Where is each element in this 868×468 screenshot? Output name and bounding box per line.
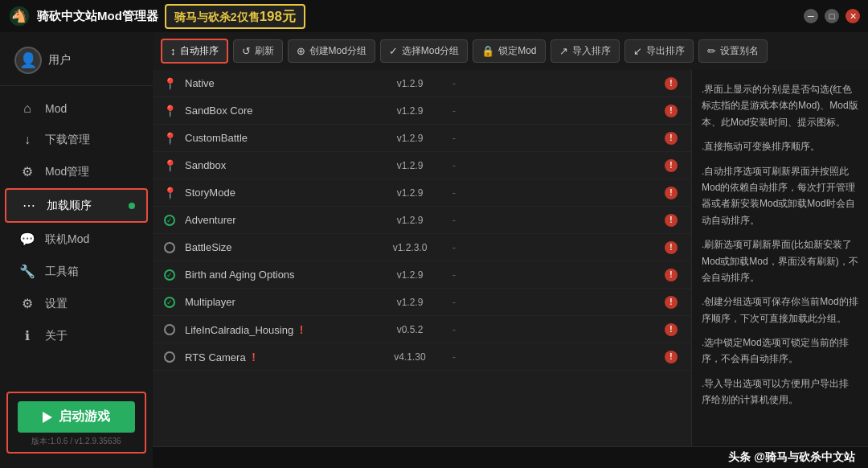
table-row[interactable]: BattleSize v1.2.3.0 - ! — [153, 234, 691, 261]
info-para-1: .界面上显示的分别是是否勾选(红色标志指的是游戏本体的Mod)、Mod版本、此M… — [702, 81, 858, 130]
select-group-icon: ✓ — [389, 45, 398, 57]
lock-mod-button[interactable]: 🔒 锁定Mod — [473, 39, 545, 63]
mod-version: v1.2.9 — [378, 269, 442, 281]
info-para-7: .导入导出选项可以方便用户导出排序给别的计算机使用。 — [702, 376, 858, 408]
table-row[interactable]: LifeInCalradia_Housing ! v0.5.2 - ! — [153, 316, 691, 343]
inactive-status-circle — [164, 242, 175, 253]
close-button[interactable]: ✕ — [845, 9, 860, 23]
active-status-circle — [164, 215, 175, 226]
inactive-status-circle — [164, 351, 175, 363]
table-row[interactable]: 📍 Sandbox v1.2.9 - ! — [153, 152, 691, 179]
sidebar-item-settings[interactable]: ⚙ 设置 — [5, 288, 148, 319]
select-group-label: 选择Mod分组 — [402, 44, 459, 58]
info-para-2: .直接拖动可变换排序顺序。 — [702, 138, 858, 154]
table-row[interactable]: 📍 CustomBattle v1.2.9 - ! — [153, 125, 691, 152]
toolbox-icon: 🔧 — [19, 264, 35, 279]
sidebar-item-online-mod[interactable]: 💬 联机Mod — [5, 224, 148, 255]
mod-version: v4.1.30 — [378, 351, 442, 363]
select-group-button[interactable]: ✓ 选择Mod分组 — [380, 39, 468, 63]
mod-version: v1.2.3.0 — [378, 242, 442, 253]
import-order-label: 导入排序 — [572, 44, 611, 58]
launch-button[interactable]: 启动游戏 — [18, 401, 135, 433]
mod-version: v1.2.9 — [378, 78, 442, 89]
import-order-icon: ↗ — [559, 45, 568, 57]
about-icon: ℹ — [19, 328, 35, 343]
sidebar-item-toolbox[interactable]: 🔧 工具箱 — [5, 256, 148, 287]
refresh-button[interactable]: ↺ 刷新 — [233, 39, 283, 63]
active-status-circle — [164, 269, 175, 281]
export-order-label: 导出排序 — [646, 44, 685, 58]
load-order-icon: ⋯ — [21, 198, 37, 213]
info-para-5: .创建分组选项可保存你当前Mod的排序顺序，下次可直接加载此分组。 — [702, 294, 858, 326]
lock-mod-icon: 🔒 — [481, 45, 494, 57]
refresh-label: 刷新 — [255, 44, 274, 58]
user-section: 👤 用户 — [0, 40, 153, 86]
sidebar-item-settings-label: 设置 — [45, 297, 68, 311]
maximize-button[interactable]: □ — [825, 9, 839, 23]
auto-sort-icon: ↕ — [170, 45, 176, 57]
mod-dash: - — [442, 215, 466, 226]
table-row[interactable]: 📍 StoryMode v1.2.9 - ! — [153, 179, 691, 207]
toolbar: ↕ 自动排序 ↺ 刷新 ⊕ 创建Mod分组 ✓ 选择Mod分组 🔒 锁定Mod … — [153, 32, 868, 70]
table-row[interactable]: Birth and Aging Options v1.2.9 - ! — [153, 261, 691, 289]
content-area: ↕ 自动排序 ↺ 刷新 ⊕ 创建Mod分组 ✓ 选择Mod分组 🔒 锁定Mod … — [153, 32, 868, 468]
exclaim-icon: ! — [300, 323, 304, 336]
set-alias-icon: ✏ — [707, 45, 716, 57]
sidebar-item-download[interactable]: ↓ 下载管理 — [5, 125, 148, 155]
table-row[interactable]: Multiplayer v1.2.9 - ! — [153, 289, 691, 316]
table-row[interactable]: Adventurer v1.2.9 - ! — [153, 207, 691, 234]
warning-icon-container: ! — [659, 296, 683, 309]
warning-icon: ! — [665, 105, 678, 117]
auto-sort-label: 自动排序 — [180, 44, 219, 58]
mod-name: CustomBattle — [178, 132, 378, 144]
status-icon: 📍 — [161, 187, 178, 199]
warning-icon: ! — [665, 351, 678, 363]
warning-icon-container: ! — [659, 351, 683, 363]
mod-dash: - — [442, 160, 466, 171]
warning-icon: ! — [665, 269, 678, 281]
minimize-button[interactable]: ─ — [804, 9, 818, 23]
mod-dash: - — [442, 297, 466, 308]
promo-banner: 骑马与砍杀2仅售198元 — [165, 4, 305, 29]
auto-sort-button[interactable]: ↕ 自动排序 — [161, 39, 228, 64]
version-text: 版本:1.0.6 / v1.2.9.35636 — [18, 436, 135, 447]
sidebar-item-about[interactable]: ℹ 关于 — [5, 320, 148, 351]
app-title: 骑砍中文站Mod管理器 — [37, 9, 158, 24]
sidebar-item-mod[interactable]: ⌂ Mod — [5, 93, 148, 124]
avatar: 👤 — [14, 47, 42, 74]
settings-icon: ⚙ — [19, 296, 35, 311]
sidebar-item-online-mod-label: 联机Mod — [45, 232, 89, 247]
status-icon: 📍 — [161, 77, 178, 90]
sidebar-item-toolbox-label: 工具箱 — [45, 265, 79, 279]
create-group-button[interactable]: ⊕ 创建Mod分组 — [288, 39, 375, 63]
mod-dash: - — [442, 324, 466, 335]
set-alias-button[interactable]: ✏ 设置别名 — [698, 39, 768, 63]
table-row[interactable]: 📍 Native v1.2.9 - ! — [153, 70, 691, 97]
mod-dash: - — [442, 269, 466, 281]
title-bar-left: 🐴 骑砍中文站Mod管理器 骑马与砍杀2仅售198元 — [8, 4, 305, 29]
mod-name: Native — [178, 77, 378, 89]
mod-dash: - — [442, 242, 466, 253]
warning-icon: ! — [665, 214, 678, 227]
mod-version: v1.2.9 — [378, 215, 442, 226]
promo-price: 198元 — [260, 9, 296, 24]
sidebar-item-mod-manage[interactable]: ⚙ Mod管理 — [5, 156, 148, 187]
status-icon — [161, 351, 178, 363]
mod-list: 📍 Native v1.2.9 - ! 📍 SandBox Core — [153, 70, 691, 446]
mod-icon: ⌂ — [19, 101, 35, 116]
sidebar-item-load-order[interactable]: ⋯ 加载顺序 — [5, 188, 148, 223]
bottom-bar: 头条 @骑马与砍杀中文站 — [153, 446, 868, 468]
sidebar: 👤 用户 ⌂ Mod ↓ 下载管理 ⚙ Mod管理 ⋯ 加载顺序 💬 — [0, 32, 153, 468]
export-order-button[interactable]: ↙ 导出排序 — [624, 39, 694, 63]
import-order-button[interactable]: ↗ 导入排序 — [551, 39, 620, 63]
mod-version: v1.2.9 — [378, 297, 442, 308]
lock-mod-label: 锁定Mod — [498, 44, 536, 58]
main-layout: 👤 用户 ⌂ Mod ↓ 下载管理 ⚙ Mod管理 ⋯ 加载顺序 💬 — [0, 32, 868, 468]
mod-name: SandBox Core — [178, 105, 378, 117]
online-mod-icon: 💬 — [19, 232, 35, 247]
warning-icon: ! — [665, 77, 678, 90]
launch-label: 启动游戏 — [59, 408, 110, 425]
table-row[interactable]: 📍 SandBox Core v1.2.9 - ! — [153, 97, 691, 125]
table-row[interactable]: RTS Camera ! v4.1.30 - ! — [153, 343, 691, 371]
sidebar-item-about-label: 关于 — [45, 329, 68, 343]
